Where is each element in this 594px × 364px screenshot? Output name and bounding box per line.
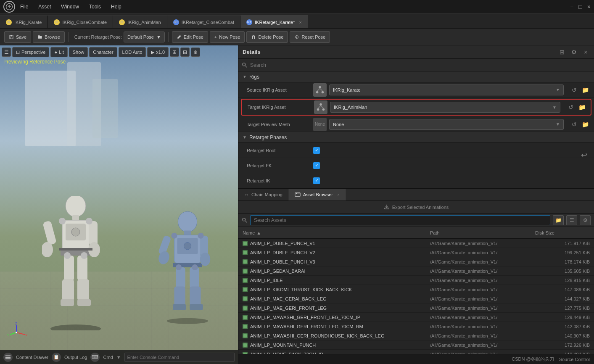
close-details-btn[interactable]: × — [581, 48, 590, 56]
asset-table-row[interactable]: ANIM_LP_IDLE /All/Game/Karate_animation_… — [238, 276, 594, 285]
settings-btn[interactable]: ⚙ — [570, 48, 578, 56]
character-btn[interactable]: Character — [89, 47, 117, 57]
col-path-header[interactable]: Path — [430, 230, 535, 235]
asset-table-row[interactable]: ANIM_LP_MOUNTAIN_PUNCH /All/Game/Karate_… — [238, 340, 594, 350]
preview-mesh-text: None — [333, 122, 554, 127]
asset-table-row[interactable]: ANIM_LP_DUBLE_PUNCH_V3 /All/Game/Karate_… — [238, 257, 594, 266]
asset-table-row[interactable]: ANIM_LP_DUBLE_PUNCH_V1 /All/Game/Karate_… — [238, 239, 594, 248]
asset-table-row[interactable]: ANIM_LP_MAWASHI_GERI_FRONT_LEG_70CM_RM /… — [238, 322, 594, 331]
col-size-header[interactable]: Disk Size — [535, 230, 590, 235]
col-name-header[interactable]: Name ▲ — [243, 230, 430, 235]
svg-line-60 — [317, 88, 320, 91]
hamburger-menu-btn[interactable]: ☰ — [2, 47, 11, 57]
chain-mapping-tab[interactable]: ↔ Chain Mapping — [238, 189, 289, 200]
svg-point-62 — [319, 103, 322, 106]
menu-asset[interactable]: Asset — [37, 3, 53, 11]
console-input[interactable] — [124, 353, 235, 362]
output-log-label[interactable]: Output Log — [64, 355, 87, 360]
perspective-btn[interactable]: ⊡ Perspective — [12, 47, 49, 57]
rigs-section-header[interactable]: ▼ Rigs — [238, 71, 594, 82]
new-pose-icon: + — [214, 34, 217, 40]
retarget-fk-checkbox[interactable]: ✓ — [313, 162, 320, 169]
source-browse-btn[interactable]: 📁 — [581, 85, 590, 95]
source-reset-btn[interactable]: ↺ — [570, 85, 579, 95]
show-btn[interactable]: Show — [69, 47, 88, 57]
asset-table-row[interactable]: ANIM_LP_GEDAN_BARAI /All/Game/Karate_ani… — [238, 266, 594, 276]
asset-search-input[interactable] — [250, 215, 550, 225]
preview-mesh-dropdown[interactable]: None ▼ — [329, 119, 564, 130]
anim-icon — [243, 333, 248, 338]
tab-ik-retarget-close[interactable]: RT IKRetarget_CloseCombat — [167, 16, 240, 28]
save-button[interactable]: Save — [4, 31, 31, 43]
window-controls[interactable]: − □ × — [570, 3, 591, 10]
cmd-label[interactable]: Cmd — [103, 355, 113, 360]
asset-table-row[interactable]: ANIM_LP_DUBLE_PUNCH_V2 /All/Game/Karate_… — [238, 248, 594, 257]
preview-browse-btn[interactable]: 📁 — [581, 120, 590, 129]
svg-rect-22 — [59, 248, 92, 251]
content-drawer-label[interactable]: Content Drawer — [16, 355, 48, 360]
asset-table-row[interactable]: ANIM_LP_KIKOMI_THRUST_KICK_BACK_KICK /Al… — [238, 285, 594, 294]
asset-folder-btn[interactable]: 📁 — [553, 215, 564, 225]
col-size-label: Disk Size — [535, 230, 554, 235]
tab-ik-close[interactable]: IK IKRig_CloseCombate — [48, 16, 113, 28]
target-ikrig-value: IKRig_AnimMan ▼ — [314, 100, 560, 114]
menu-window[interactable]: Window — [59, 3, 81, 11]
lit-btn[interactable]: ● Lit — [50, 47, 67, 57]
separator — [68, 32, 69, 42]
export-selected-btn[interactable]: Export Selected Animations — [384, 204, 449, 211]
undo-button[interactable]: ↩ — [581, 150, 587, 160]
target-browse-btn[interactable]: 📁 — [577, 103, 586, 112]
tab-ik-karate[interactable]: IK IKRig_Karate — [0, 16, 48, 28]
minimize-btn[interactable]: − — [570, 3, 573, 10]
camera-btn[interactable]: ⊞ — [170, 47, 179, 57]
tab-close-btn[interactable]: × — [299, 20, 301, 25]
asset-name-cell: ANIM_LP_MOUNTAIN_PUNCH — [243, 343, 430, 348]
viewport[interactable]: ☰ ⊡ Perspective ● Lit Show Character LOD… — [0, 45, 238, 364]
reset-pose-button[interactable]: Reset Pose — [290, 31, 330, 43]
asset-table-row[interactable]: ANIM_LP_MAE_GERI_FRONT_LEG /All/Game/Kar… — [238, 303, 594, 313]
asset-browser-close-btn[interactable]: × — [337, 193, 340, 197]
asset-size-cell: 135.605 KiB — [535, 269, 590, 274]
asset-filter-btn[interactable]: ☰ — [566, 215, 577, 225]
preview-reset-btn[interactable]: ↺ — [570, 120, 579, 129]
delete-pose-button[interactable]: Delete Pose — [246, 31, 288, 43]
grid-btn[interactable]: ⊟ — [180, 47, 190, 57]
edit-pose-button[interactable]: Edit Pose — [172, 31, 208, 43]
svg-rect-15 — [77, 256, 87, 281]
tab-icon: IK — [119, 19, 125, 25]
target-reset-btn[interactable]: ↺ — [566, 103, 576, 112]
source-control[interactable]: Source Control — [559, 357, 590, 362]
retarget-ik-checkbox[interactable]: ✓ — [313, 177, 320, 184]
lod-btn[interactable]: LOD Auto — [119, 47, 146, 57]
content-drawer-btn[interactable] — [3, 353, 13, 362]
svg-rect-36 — [173, 304, 186, 310]
menu-tools[interactable]: Tools — [87, 3, 103, 11]
expand-btn[interactable]: ⊕ — [191, 47, 200, 57]
maximize-btn[interactable]: □ — [578, 3, 582, 10]
menu-help[interactable]: Help — [109, 3, 123, 11]
layout-view-btn[interactable]: ⊞ — [558, 48, 566, 56]
retarget-phases-header[interactable]: ▼ Retarget Phases — [238, 132, 594, 143]
asset-settings-btn[interactable]: ⚙ — [580, 215, 591, 225]
retarget-root-checkbox[interactable]: ✓ — [313, 147, 320, 154]
app-logo — [3, 1, 15, 13]
cmd-btn[interactable]: ⌨ — [90, 353, 100, 362]
tab-ik-retarget-karate[interactable]: RT IKRetarget_Karate* × — [240, 16, 308, 28]
browse-button[interactable]: Browse — [33, 31, 65, 43]
close-btn[interactable]: × — [587, 3, 591, 10]
target-ikrig-dropdown[interactable]: IKRig_AnimMan ▼ — [330, 102, 560, 113]
play-btn[interactable]: ▶ x1.0 — [147, 47, 169, 57]
svg-point-33 — [200, 253, 211, 266]
details-header: Details ⊞ ⚙ × — [238, 45, 594, 59]
tab-ik-anim[interactable]: IK IKRig_AnimMan — [113, 16, 167, 28]
pose-selector[interactable]: Default Pose ▼ — [124, 32, 165, 42]
output-log-btn[interactable]: 📋 — [52, 353, 61, 362]
asset-table-row[interactable]: ANIM_LP_MAWASHI_GERI_ROUNDHOUSE_KICK_BAC… — [238, 331, 594, 340]
new-pose-button[interactable]: + New Pose — [210, 31, 245, 43]
asset-table-row[interactable]: ANIM_LP_MAE_GERAI_BACK_LEG /All/Game/Kar… — [238, 294, 594, 303]
menu-file[interactable]: File — [18, 3, 30, 11]
asset-browser-tab[interactable]: Asset Browser × — [289, 189, 346, 200]
asset-table-row[interactable]: ANIM_LP_MAWASHI_GERI_FRONT_LEG_70CM_IP /… — [238, 313, 594, 322]
source-ikrig-dropdown[interactable]: IKRig_Karate ▼ — [329, 84, 564, 95]
details-search-input[interactable] — [250, 62, 591, 68]
